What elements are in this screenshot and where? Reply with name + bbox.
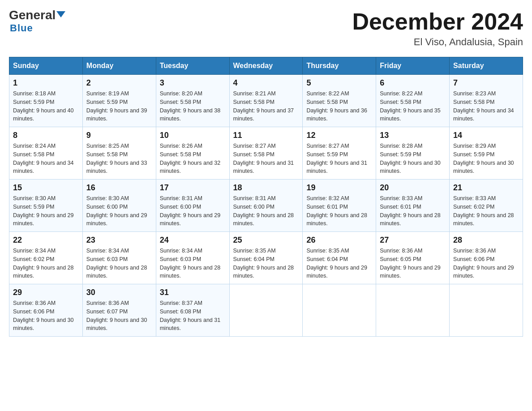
- day-info: Sunrise: 8:31 AM Sunset: 6:00 PM Dayligh…: [233, 194, 299, 228]
- day-number: 24: [160, 235, 226, 245]
- day-info: Sunrise: 8:26 AM Sunset: 5:58 PM Dayligh…: [160, 142, 226, 176]
- day-info: Sunrise: 8:33 AM Sunset: 6:02 PM Dayligh…: [453, 194, 519, 228]
- col-wednesday: Wednesday: [229, 57, 303, 75]
- day-info: Sunrise: 8:25 AM Sunset: 5:58 PM Dayligh…: [86, 142, 152, 176]
- calendar-cell: 25 Sunrise: 8:35 AM Sunset: 6:04 PM Dayl…: [229, 232, 303, 284]
- calendar-cell: 28 Sunrise: 8:36 AM Sunset: 6:06 PM Dayl…: [450, 232, 523, 284]
- calendar-cell: 17 Sunrise: 8:31 AM Sunset: 6:00 PM Dayl…: [156, 180, 229, 232]
- calendar-cell: 23 Sunrise: 8:34 AM Sunset: 6:03 PM Dayl…: [82, 232, 156, 284]
- day-info: Sunrise: 8:30 AM Sunset: 6:00 PM Dayligh…: [86, 194, 152, 228]
- day-number: 7: [453, 78, 519, 88]
- calendar-week-row: 1 Sunrise: 8:18 AM Sunset: 5:59 PM Dayli…: [9, 75, 523, 127]
- day-info: Sunrise: 8:27 AM Sunset: 5:58 PM Dayligh…: [233, 142, 299, 176]
- day-info: Sunrise: 8:36 AM Sunset: 6:07 PM Dayligh…: [86, 299, 152, 333]
- day-number: 20: [380, 183, 446, 193]
- col-monday: Monday: [82, 57, 156, 75]
- calendar-cell: 13 Sunrise: 8:28 AM Sunset: 5:59 PM Dayl…: [376, 127, 450, 180]
- day-number: 10: [160, 131, 226, 140]
- day-info: Sunrise: 8:37 AM Sunset: 6:08 PM Dayligh…: [160, 299, 226, 333]
- calendar-cell: 16 Sunrise: 8:30 AM Sunset: 6:00 PM Dayl…: [82, 180, 156, 232]
- day-number: 3: [160, 78, 226, 88]
- logo: General Blue: [9, 9, 65, 34]
- calendar-cell: [376, 284, 450, 337]
- calendar-cell: 15 Sunrise: 8:30 AM Sunset: 5:59 PM Dayl…: [9, 180, 83, 232]
- day-number: 17: [160, 183, 226, 193]
- day-info: Sunrise: 8:20 AM Sunset: 5:58 PM Dayligh…: [160, 90, 226, 123]
- month-year-title: December 2024: [352, 9, 523, 34]
- calendar-cell: 18 Sunrise: 8:31 AM Sunset: 6:00 PM Dayl…: [229, 180, 303, 232]
- calendar-cell: 14 Sunrise: 8:29 AM Sunset: 5:59 PM Dayl…: [450, 127, 523, 180]
- calendar-cell: 29 Sunrise: 8:36 AM Sunset: 6:06 PM Dayl…: [9, 284, 83, 337]
- calendar-cell: 10 Sunrise: 8:26 AM Sunset: 5:58 PM Dayl…: [156, 127, 229, 180]
- calendar-cell: 24 Sunrise: 8:34 AM Sunset: 6:03 PM Dayl…: [156, 232, 229, 284]
- calendar-cell: 31 Sunrise: 8:37 AM Sunset: 6:08 PM Dayl…: [156, 284, 229, 337]
- calendar-cell: 8 Sunrise: 8:24 AM Sunset: 5:58 PM Dayli…: [9, 127, 83, 180]
- calendar-week-row: 29 Sunrise: 8:36 AM Sunset: 6:06 PM Dayl…: [9, 284, 523, 337]
- day-info: Sunrise: 8:35 AM Sunset: 6:04 PM Dayligh…: [233, 247, 299, 280]
- calendar-week-row: 8 Sunrise: 8:24 AM Sunset: 5:58 PM Dayli…: [9, 127, 523, 180]
- col-thursday: Thursday: [303, 57, 376, 75]
- day-number: 13: [380, 131, 446, 140]
- day-number: 4: [233, 78, 299, 88]
- logo-general: General: [9, 9, 65, 21]
- col-friday: Friday: [376, 57, 450, 75]
- day-number: 1: [13, 78, 79, 88]
- day-number: 8: [13, 131, 79, 140]
- calendar-cell: 4 Sunrise: 8:21 AM Sunset: 5:58 PM Dayli…: [229, 75, 303, 127]
- calendar-cell: 21 Sunrise: 8:33 AM Sunset: 6:02 PM Dayl…: [450, 180, 523, 232]
- day-info: Sunrise: 8:30 AM Sunset: 5:59 PM Dayligh…: [13, 194, 79, 228]
- day-number: 30: [86, 288, 152, 297]
- calendar-week-row: 22 Sunrise: 8:34 AM Sunset: 6:02 PM Dayl…: [9, 232, 523, 284]
- day-number: 29: [13, 288, 79, 297]
- day-number: 21: [453, 183, 519, 193]
- calendar-cell: 27 Sunrise: 8:36 AM Sunset: 6:05 PM Dayl…: [376, 232, 450, 284]
- calendar-cell: 11 Sunrise: 8:27 AM Sunset: 5:58 PM Dayl…: [229, 127, 303, 180]
- calendar-week-row: 15 Sunrise: 8:30 AM Sunset: 5:59 PM Dayl…: [9, 180, 523, 232]
- day-number: 31: [160, 288, 226, 297]
- day-number: 2: [86, 78, 152, 88]
- title-block: December 2024 El Viso, Andalusia, Spain: [352, 9, 523, 48]
- calendar-cell: 30 Sunrise: 8:36 AM Sunset: 6:07 PM Dayl…: [82, 284, 156, 337]
- calendar-cell: 12 Sunrise: 8:27 AM Sunset: 5:59 PM Dayl…: [303, 127, 376, 180]
- day-info: Sunrise: 8:32 AM Sunset: 6:01 PM Dayligh…: [306, 194, 372, 228]
- day-info: Sunrise: 8:27 AM Sunset: 5:59 PM Dayligh…: [306, 142, 372, 176]
- calendar-cell: 3 Sunrise: 8:20 AM Sunset: 5:58 PM Dayli…: [156, 75, 229, 127]
- day-info: Sunrise: 8:23 AM Sunset: 5:58 PM Dayligh…: [453, 90, 519, 123]
- day-number: 19: [306, 183, 372, 193]
- day-number: 23: [86, 235, 152, 245]
- day-number: 18: [233, 183, 299, 193]
- col-saturday: Saturday: [450, 57, 523, 75]
- col-sunday: Sunday: [9, 57, 83, 75]
- day-number: 14: [453, 131, 519, 140]
- day-number: 9: [86, 131, 152, 140]
- logo-blue: Blue: [10, 22, 33, 34]
- calendar-cell: 9 Sunrise: 8:25 AM Sunset: 5:58 PM Dayli…: [82, 127, 156, 180]
- day-info: Sunrise: 8:34 AM Sunset: 6:03 PM Dayligh…: [160, 247, 226, 280]
- calendar-cell: 5 Sunrise: 8:22 AM Sunset: 5:58 PM Dayli…: [303, 75, 376, 127]
- calendar-cell: 26 Sunrise: 8:35 AM Sunset: 6:04 PM Dayl…: [303, 232, 376, 284]
- day-number: 16: [86, 183, 152, 193]
- day-info: Sunrise: 8:22 AM Sunset: 5:58 PM Dayligh…: [306, 90, 372, 123]
- day-number: 15: [13, 183, 79, 193]
- logo-triangle-icon: [56, 11, 65, 17]
- calendar-table: Sunday Monday Tuesday Wednesday Thursday…: [9, 57, 523, 337]
- day-info: Sunrise: 8:28 AM Sunset: 5:59 PM Dayligh…: [380, 142, 446, 176]
- day-info: Sunrise: 8:24 AM Sunset: 5:58 PM Dayligh…: [13, 142, 79, 176]
- day-number: 11: [233, 131, 299, 140]
- calendar-header-row: Sunday Monday Tuesday Wednesday Thursday…: [9, 57, 523, 75]
- day-info: Sunrise: 8:36 AM Sunset: 6:06 PM Dayligh…: [13, 299, 79, 333]
- day-info: Sunrise: 8:36 AM Sunset: 6:06 PM Dayligh…: [453, 247, 519, 280]
- day-info: Sunrise: 8:35 AM Sunset: 6:04 PM Dayligh…: [306, 247, 372, 280]
- day-number: 27: [380, 235, 446, 245]
- day-number: 6: [380, 78, 446, 88]
- calendar-cell: 22 Sunrise: 8:34 AM Sunset: 6:02 PM Dayl…: [9, 232, 83, 284]
- day-number: 25: [233, 235, 299, 245]
- day-number: 26: [306, 235, 372, 245]
- day-number: 22: [13, 235, 79, 245]
- day-number: 28: [453, 235, 519, 245]
- calendar-cell: 6 Sunrise: 8:22 AM Sunset: 5:58 PM Dayli…: [376, 75, 450, 127]
- day-info: Sunrise: 8:31 AM Sunset: 6:00 PM Dayligh…: [160, 194, 226, 228]
- day-info: Sunrise: 8:29 AM Sunset: 5:59 PM Dayligh…: [453, 142, 519, 176]
- calendar-cell: 7 Sunrise: 8:23 AM Sunset: 5:58 PM Dayli…: [450, 75, 523, 127]
- day-info: Sunrise: 8:19 AM Sunset: 5:59 PM Dayligh…: [86, 90, 152, 123]
